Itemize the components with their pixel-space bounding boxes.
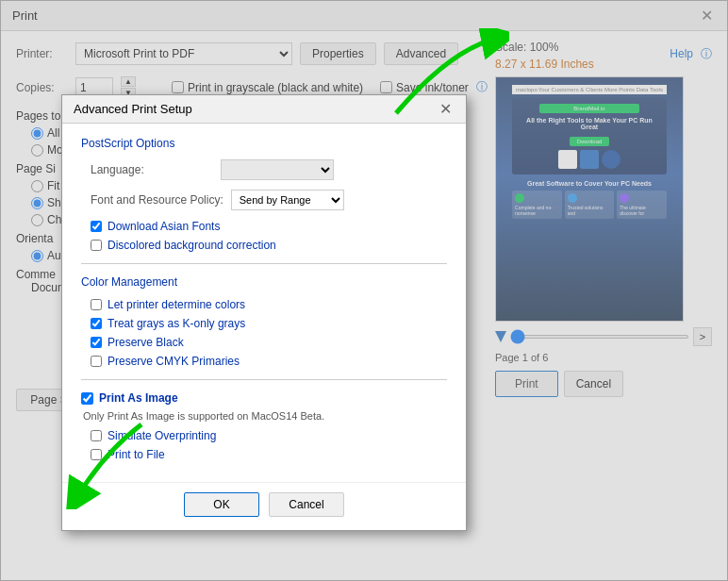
language-select[interactable] — [221, 159, 334, 180]
discolored-bg-checkbox[interactable] — [91, 240, 102, 251]
preserve-black-label: Preserve Black — [108, 336, 184, 349]
print-to-file-checkbox[interactable] — [91, 449, 102, 460]
let-printer-row: Let printer determine colors — [81, 298, 447, 311]
discolored-bg-row: Discolored background correction — [81, 239, 447, 252]
advanced-dialog-footer: OK Cancel — [62, 482, 466, 530]
advanced-close-button[interactable]: ✕ — [436, 100, 455, 119]
discolored-bg-label: Discolored background correction — [108, 239, 276, 252]
simulate-overprint-row: Simulate Overprinting — [81, 429, 447, 442]
print-to-file-row: Print to File — [81, 448, 447, 461]
preserve-cmyk-row: Preserve CMYK Primaries — [81, 355, 447, 368]
language-label: Language: — [91, 163, 213, 176]
download-asian-row: Download Asian Fonts — [81, 220, 447, 233]
preserve-black-row: Preserve Black — [81, 336, 447, 349]
advanced-dialog-titlebar: Advanced Print Setup ✕ — [62, 95, 466, 124]
download-asian-label: Download Asian Fonts — [108, 220, 220, 233]
font-policy-row: Font and Resource Policy: Send by Range — [81, 190, 447, 210]
advanced-dialog: Advanced Print Setup ✕ PostScript Option… — [61, 94, 467, 531]
advanced-dialog-title: Advanced Print Setup — [74, 102, 192, 116]
language-row: Language: — [81, 159, 447, 180]
print-as-image-row: Print As Image — [81, 391, 447, 405]
ok-button[interactable]: OK — [184, 492, 259, 517]
preserve-cmyk-checkbox[interactable] — [91, 356, 102, 367]
simulate-overprint-label: Simulate Overprinting — [108, 429, 216, 442]
print-to-file-label: Print to File — [108, 448, 165, 461]
advanced-dialog-body: PostScript Options Language: Font and Re… — [62, 124, 466, 482]
let-printer-label: Let printer determine colors — [108, 298, 245, 311]
color-mgmt-title: Color Management — [81, 275, 447, 289]
section-divider-2 — [81, 379, 447, 380]
treat-grays-checkbox[interactable] — [91, 318, 102, 329]
cancel-adv-button[interactable]: Cancel — [269, 492, 344, 517]
let-printer-checkbox[interactable] — [91, 299, 102, 310]
treat-grays-label: Treat grays as K-only grays — [108, 317, 245, 330]
download-asian-checkbox[interactable] — [91, 221, 102, 232]
section-divider-1 — [81, 263, 447, 264]
ps-options-title: PostScript Options — [81, 137, 447, 150]
font-policy-select[interactable]: Send by Range — [231, 190, 344, 210]
font-policy-label: Font and Resource Policy: — [91, 193, 223, 207]
preserve-black-checkbox[interactable] — [91, 337, 102, 348]
simulate-overprint-checkbox[interactable] — [91, 430, 102, 441]
print-as-image-label: Print As Image — [99, 391, 178, 405]
preserve-cmyk-label: Preserve CMYK Primaries — [108, 355, 240, 368]
notice-text: Only Print As Image is supported on MacO… — [81, 410, 447, 422]
treat-grays-row: Treat grays as K-only grays — [81, 317, 447, 330]
print-as-image-checkbox[interactable] — [81, 392, 93, 405]
